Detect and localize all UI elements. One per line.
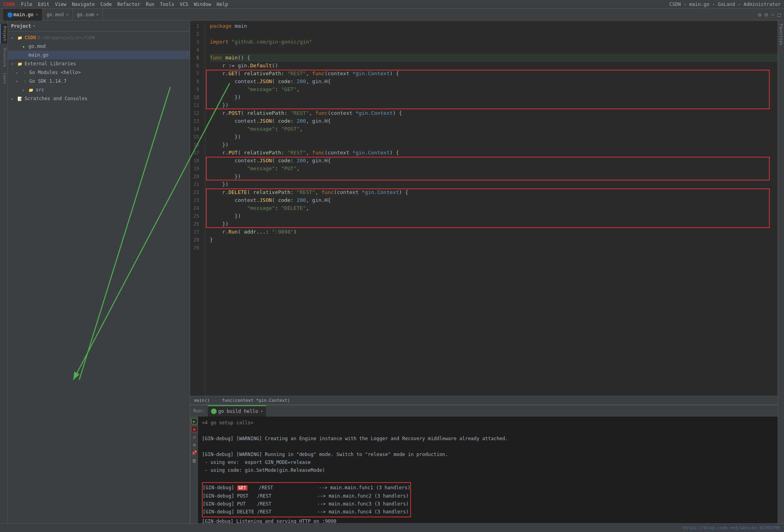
tab-go-mod[interactable]: go.mod ✕ (43, 9, 73, 21)
code-line-12: r.POST( relativePath: "REST", func(conte… (210, 109, 778, 117)
tree-item-scratches[interactable]: ▸ 📝 Scratches and Consoles (8, 94, 190, 103)
code-line-20: }) (210, 173, 778, 180)
project-dropdown-arrow[interactable]: ▾ (33, 23, 36, 28)
tab-actions: ⚙ ⊟ − □ (758, 11, 784, 18)
menu-tools[interactable]: Tools (160, 2, 174, 7)
menu-navigate[interactable]: Navigate (72, 2, 95, 7)
code-line-27: r.Run( addr...: ":9898") (210, 228, 778, 236)
close-tab-go-mod[interactable]: ✕ (66, 12, 69, 17)
learn-tab[interactable]: Learn (0, 71, 8, 86)
run-restart-button[interactable]: ↺ (191, 434, 198, 440)
ln-19: 19 (190, 165, 202, 173)
close-tab-main-go[interactable]: ✕ (36, 12, 38, 17)
code-line-17: r.PUT( relativePath: "REST", func(contex… (210, 149, 778, 157)
file-icon-gomod: ▸ (21, 43, 27, 49)
code-line-28: } (210, 236, 778, 244)
gomod-label: go.mod (29, 44, 46, 49)
breadcrumb-main: main() (194, 398, 210, 403)
ln-5: 5 (190, 54, 202, 62)
right-label-favorites[interactable]: Favorites (778, 21, 784, 48)
code-editor[interactable]: 1 2 3 4 5 6 7 8 9 10 11 12 13 14 (190, 21, 778, 396)
scratches-icon: 📝 (17, 95, 23, 102)
tree-item-src[interactable]: ▸ 📁 src (8, 86, 190, 94)
code-line-3: import "github.com/gin-gonic/gin" (210, 38, 778, 46)
structure-tab[interactable]: Structure (0, 45, 8, 69)
scratches-label: Scratches and Consoles (25, 96, 88, 101)
ln-27: 27 (190, 228, 202, 236)
close-tab-go-sum[interactable]: ✕ (96, 12, 99, 17)
ln-26: 26 (190, 220, 202, 228)
menu-window[interactable]: Window (194, 2, 211, 7)
editor-area: 1 2 3 4 5 6 7 8 9 10 11 12 13 14 (190, 21, 778, 523)
tree-item-maingo[interactable]: main.go (8, 51, 190, 59)
code-line-16: }) (210, 141, 778, 149)
project-label: Project (11, 23, 31, 29)
menu-file[interactable]: File (21, 2, 32, 7)
code-line-8: context.JSON( code: 200, gin.H{ (210, 78, 778, 86)
maingo-label: main.go (29, 52, 49, 58)
menu-run[interactable]: Run (146, 2, 154, 7)
run-settings-button[interactable]: ⚙ (191, 442, 198, 448)
menu-help[interactable]: Help (217, 2, 228, 7)
tree-item-go-sdk[interactable]: ▾ ⫶ Go SDK 1.14.7 (8, 77, 190, 86)
run-play-button[interactable]: ▶ (191, 418, 198, 424)
left-icon-rail: Project Structure Learn (0, 21, 8, 523)
ln-24: 24 (190, 204, 202, 212)
tree-item-go-modules[interactable]: ▸ ⫶ Go Modules <hello> (8, 68, 190, 77)
project-tab[interactable]: Project (0, 24, 8, 44)
ln-21: 21 (190, 180, 202, 188)
code-line-21: }) (210, 180, 778, 188)
run-output-setup: <4 go setup calls> (202, 419, 774, 427)
routes-highlight-box: [GIN-debug] GET /REST --> main.main.func… (202, 482, 411, 517)
run-output-warn2: [GIN-debug] [WARNING] Running in "debug"… (202, 450, 774, 458)
run-panel: Run: go build hello ✕ ▶ ■ ↺ ⚙ 📌 (190, 405, 778, 523)
breadcrumb-func: func(context *gin.Context) (222, 398, 290, 403)
menu-code[interactable]: Code (100, 2, 112, 7)
ln-11: 11 (190, 101, 202, 109)
code-line-5: func main() { (210, 54, 778, 62)
ln-29: 29 (190, 244, 202, 252)
maximize-icon[interactable]: □ (778, 11, 781, 18)
run-tab-close[interactable]: ✕ (261, 409, 263, 413)
run-pin-button[interactable]: 📌 (191, 450, 198, 456)
csdn-url[interactable]: https://blog.csdn.net/weixin_45765795 (683, 525, 780, 530)
run-output-warn1: [GIN-debug] [WARNING] Creating an Engine… (202, 435, 774, 443)
menu-edit[interactable]: Edit (38, 2, 49, 7)
code-line-14: "message": "POST", (210, 125, 778, 133)
minimize-icon[interactable]: − (771, 11, 774, 18)
code-line-1: package main (210, 22, 778, 30)
menu-vcs[interactable]: VCS (180, 2, 188, 7)
code-line-11: }) (210, 101, 778, 109)
ln-18: 18 (190, 157, 202, 165)
code-line-4 (210, 46, 778, 54)
ln-15: 15 (190, 133, 202, 141)
run-output[interactable]: <4 go setup calls> [GIN-debug] [WARNING]… (198, 416, 778, 523)
tab-go-sum[interactable]: go.sum ✕ (73, 9, 103, 21)
run-output-code: - using code: gin.SetMode(gin.ReleaseMod… (202, 466, 774, 474)
settings-icon[interactable]: ⚙ (758, 11, 761, 18)
code-line-25: }) (210, 212, 778, 220)
run-trash-button[interactable]: 🗑 (191, 458, 198, 464)
run-tab-go-build[interactable]: go build hello ✕ (208, 405, 266, 416)
code-content[interactable]: ▶ ◈ ◈ ◈ ◈ ◈ (206, 21, 778, 396)
menu-view[interactable]: View (55, 2, 67, 7)
run-panel-header: Run: go build hello ✕ (190, 405, 778, 416)
run-indicator-icon (211, 408, 217, 414)
bottom-status-bar: https://blog.csdn.net/weixin_45765795 (0, 523, 784, 532)
code-line-6: r := gin.Default() (210, 62, 778, 70)
menu-refactor[interactable]: Refactor (117, 2, 140, 7)
ln-20: 20 (190, 173, 202, 180)
tree-item-csdn[interactable]: ▾ 📁 CSDN D:/GO/goproject/src/CSDN (8, 33, 190, 42)
ln-7: 7 (190, 70, 202, 78)
tree-item-gomod[interactable]: ▸ go.mod (8, 42, 190, 51)
run-stop-button[interactable]: ■ (191, 426, 198, 432)
csdn-label: CSDN (25, 35, 36, 40)
split-icon[interactable]: ⊟ (765, 11, 768, 18)
folder-icon-ext: 📁 (17, 61, 23, 67)
ln-2: 2 (190, 30, 202, 38)
ln-13: 13 (190, 117, 202, 125)
line-numbers: 1 2 3 4 5 6 7 8 9 10 11 12 13 14 (190, 21, 206, 396)
tab-main-go[interactable]: 🔵 main.go ✕ (3, 9, 43, 21)
tree-item-ext-libs[interactable]: ▾ 📁 External Libraries (8, 59, 190, 68)
modules-icon: ⫶ (21, 69, 28, 76)
